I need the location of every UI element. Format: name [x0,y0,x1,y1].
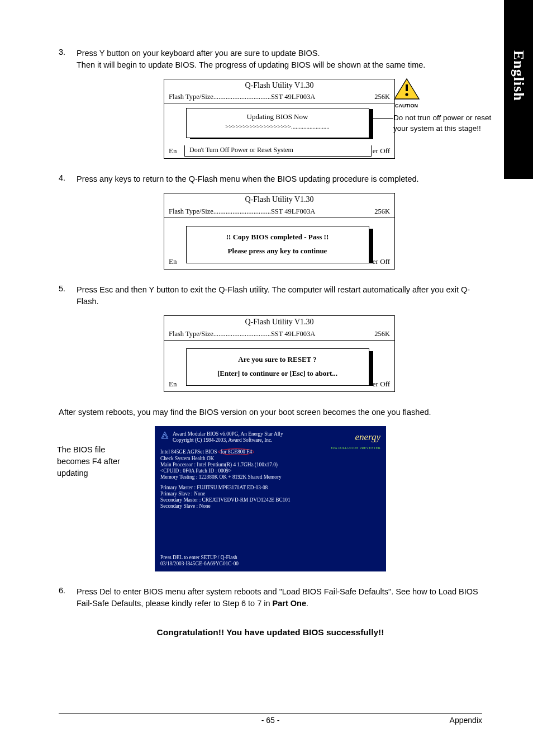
language-label: English [510,50,527,101]
step-5-number: 5. [59,284,77,404]
boot-line-3: Main Processor : Intel Pentium(R) 4 1.7G… [160,462,380,467]
step-6-text: Press Del to enter BIOS menu after syste… [77,586,482,609]
svg-rect-1 [406,84,408,91]
qflash-low-right: er Off [373,146,390,157]
boot-line-9: Secondary Slave : None [160,503,380,509]
step-6-number: 6. [59,586,77,617]
step-3-text-2: Then it will begin to update BIOS. The p… [77,60,425,69]
qflash-box1-line1: Updating BIOS Now [190,112,365,122]
step-5-text: Press Esc and then Y button to exit the … [77,284,482,308]
qflash-meta-left: Flash Type/Size.........................… [169,92,315,102]
caution-icon [393,78,420,102]
qflash-meta-right-2: 256K [374,206,390,216]
boot-head-1: Award Modular BIOS v6.00PG, An Energy St… [173,431,283,437]
caution-callout: CAUTION Do not trun off power or reset y… [393,78,494,134]
qflash-figure-3: Q-Flash Utility V1.30 Flash Type/Size...… [77,315,482,392]
qflash-box2-line2: Please press any key to continue [190,246,365,257]
boot-footer-2: 03/18/2003-I845GE-6A69YG01C-00 [160,561,239,566]
boot-line-5: Memory Testing : 122880K OK + 8192K Shar… [160,474,380,480]
qflash-meta-right: 256K [374,92,390,102]
page-footer: - 65 - Appendix [59,713,482,725]
page-number: - 65 - [59,716,482,725]
qflash-figure-1: Q-Flash Utility V1.30 Flash Type/Size...… [77,79,482,159]
qflash-meta-left-3: Flash Type/Size.........................… [169,329,315,339]
qflash-figure-2: Q-Flash Utility V1.30 Flash Type/Size...… [77,193,482,270]
qflash-low-overlay: Don't Turn Off Power or Reset System [184,145,372,156]
step-6: 6. Press Del to enter BIOS menu after sy… [59,586,482,617]
boot-oval-highlight: for 8GE800 F4 [218,448,254,455]
qflash-panel-3: Q-Flash Utility V1.30 Flash Type/Size...… [164,315,395,392]
boot-caption: The BIOS file becomes F4 after updating [57,444,129,479]
step-5: 5. Press Esc and then Y button to exit t… [59,284,482,404]
qflash-low-left: En [169,146,177,157]
step-4-text: Press any keys to return to the Q-Flash … [77,173,482,185]
step-3-text-1: Press Y button on your keyboard after yo… [77,49,320,58]
boot-line-7: Primary Slave : None [160,491,380,497]
qflash-box3-line2: [Enter] to continure or [Esc] to abort..… [190,368,365,379]
page-content: 3. Press Y button on your keyboard after… [59,48,482,637]
step-3-number: 3. [59,48,77,171]
award-logo-icon [160,431,169,440]
step-list-2: 6. Press Del to enter BIOS menu after sy… [59,586,482,617]
qflash-title: Q-Flash Utility V1.30 [164,79,394,92]
qflash-box3-line1: Are you sure to RESET ? [190,355,365,365]
boot-head-2: Copyright (C) 1984-2003, Award Software,… [173,437,283,443]
qflash-title-3: Q-Flash Utility V1.30 [164,316,394,328]
qflash-meta-left-2: Flash Type/Size.........................… [169,206,315,216]
boot-screen-figure: The BIOS file becomes F4 after updating … [59,426,482,571]
svg-point-2 [405,93,408,96]
boot-line-6: Primary Master : FUJITSU MPE3170AT ED-03… [160,485,380,490]
boot-line-8: Secondary Master : CREATIVEDVD-RM DVD124… [160,497,380,503]
step-4-number: 4. [59,173,77,282]
qflash-panel-2: Q-Flash Utility V1.30 Flash Type/Size...… [164,193,395,270]
caution-text: Do not trun off power or reset your syst… [393,113,494,134]
boot-footer-1: Press DEL to enter SETUP / Q-Flash [160,555,239,560]
qflash-inner-box-1: Updating BIOS Now >>>>>>>>>>>>>>>>>>>...… [186,108,369,138]
step-3: 3. Press Y button on your keyboard after… [59,48,482,171]
language-tab: English [504,0,533,179]
caution-label: CAUTION [395,102,494,110]
after-reboot-note: After system reboots, you may find the B… [59,407,482,418]
step-list: 3. Press Y button on your keyboard after… [59,48,482,404]
boot-screen: energy EPA POLLUTION PREVENTER Award Mod… [155,426,386,571]
qflash-meta-right-3: 256K [374,329,390,339]
qflash-box1-line2: >>>>>>>>>>>>>>>>>>>.....................… [190,122,365,131]
qflash-box2-line1: !! Copy BIOS completed - Pass !! [190,232,365,243]
qflash-title-2: Q-Flash Utility V1.30 [164,193,394,206]
energy-logo: energy [355,432,380,443]
qflash-panel-1: Q-Flash Utility V1.30 Flash Type/Size...… [164,79,395,159]
congratulation-text: Congratulation!! You have updated BIOS s… [59,627,482,637]
boot-line-2: Check System Health OK [160,456,380,461]
energy-logo-sub: EPA POLLUTION PREVENTER [331,446,380,450]
boot-line-4: <CPUID : 0F0A Patch ID : 0009> [160,468,380,474]
step-4: 4. Press any keys to return to the Q-Fla… [59,173,482,282]
